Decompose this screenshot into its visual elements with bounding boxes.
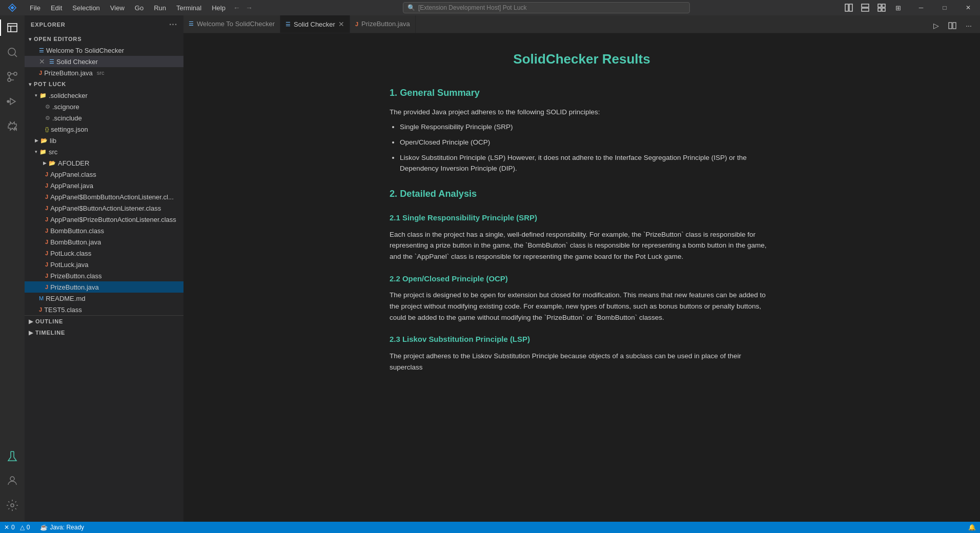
lib-folder-name: lib bbox=[50, 137, 56, 145]
afolder-arrow: ▶ bbox=[43, 160, 47, 166]
file-apppanel-prize-listener[interactable]: J AppPanel$PrizeButtonActionListener.cla… bbox=[25, 214, 183, 225]
file-potluck-java[interactable]: J PotLuck.java bbox=[25, 259, 183, 270]
activity-settings[interactable] bbox=[0, 493, 25, 518]
file-potluck-class[interactable]: J PotLuck.class bbox=[25, 248, 183, 259]
layout-icon-1[interactable] bbox=[842, 1, 856, 15]
open-editor-prizebutton[interactable]: J PrizeButton.java src bbox=[25, 67, 183, 78]
solidchecker-close-icon[interactable]: ✕ bbox=[39, 57, 45, 66]
file-settings-json[interactable]: {} settings.json bbox=[25, 124, 183, 135]
menu-run[interactable]: Run bbox=[149, 0, 171, 15]
section-21-content: Each class in the project has a single, … bbox=[390, 229, 774, 262]
status-notifications[interactable]: 🔔 bbox=[964, 522, 980, 533]
nav-forward[interactable]: → bbox=[246, 4, 253, 12]
welcome-file-name: Welcome To SolidChecker bbox=[46, 47, 124, 54]
file-bombbutton-class[interactable]: J BombButton.class bbox=[25, 225, 183, 236]
file-test5-class[interactable]: J TEST5.class bbox=[25, 304, 183, 315]
title-center: 🔍 [Extension Development Host] Pot Luck bbox=[255, 2, 838, 13]
file-prizebutton-class[interactable]: J PrizeButton.class bbox=[25, 270, 183, 281]
file-apppanel-class[interactable]: J AppPanel.class bbox=[25, 169, 183, 180]
file-prizebutton-java[interactable]: J PrizeButton.java bbox=[25, 281, 183, 293]
menu-file[interactable]: File bbox=[25, 0, 46, 15]
file-readme[interactable]: M README.md bbox=[25, 293, 183, 304]
open-editor-welcome[interactable]: ☰ Welcome To SolidChecker bbox=[25, 45, 183, 56]
bombbutton-class-icon: J bbox=[45, 228, 48, 234]
tab-welcome[interactable]: ☰ Welcome To SolidChecker bbox=[183, 15, 280, 33]
run-button[interactable]: ▷ bbox=[929, 18, 943, 33]
open-editors-section[interactable]: ▾ OPEN EDITORS bbox=[25, 33, 183, 45]
potluck-class-icon: J bbox=[45, 250, 48, 256]
activity-source-control[interactable] bbox=[0, 65, 25, 89]
more-actions-button[interactable]: ··· bbox=[962, 18, 976, 33]
maximize-button[interactable]: □ bbox=[933, 0, 956, 15]
menu-selection[interactable]: Selection bbox=[67, 0, 105, 15]
activity-search[interactable] bbox=[0, 40, 25, 65]
file-apppanel-bomb-listener[interactable]: J AppPanel$BombButtonActionListener.cl..… bbox=[25, 191, 183, 202]
scignore-icon: ⚙ bbox=[45, 104, 50, 110]
settings-json-icon: {} bbox=[45, 126, 49, 132]
project-section[interactable]: ▾ POT LUCK bbox=[25, 78, 183, 90]
apppanel-btn-name: AppPanel$ButtonActionListener.class bbox=[50, 204, 161, 212]
outline-header[interactable]: ▶ OUTLINE bbox=[25, 316, 183, 327]
file-apppanel-btn-listener[interactable]: J AppPanel$ButtonActionListener.class bbox=[25, 202, 183, 214]
tab-prizebutton[interactable]: J PrizeButton.java bbox=[350, 15, 416, 33]
menu-help[interactable]: Help bbox=[207, 0, 231, 15]
activity-explorer[interactable] bbox=[0, 15, 25, 40]
open-editors-arrow: ▾ bbox=[29, 36, 32, 42]
nav-back[interactable]: ← bbox=[233, 4, 240, 12]
search-box[interactable]: 🔍 [Extension Development Host] Pot Luck bbox=[403, 2, 690, 13]
close-button[interactable]: ✕ bbox=[956, 0, 980, 15]
lib-folder-icon: 📂 bbox=[40, 137, 48, 144]
welcome-file-icon: ☰ bbox=[39, 47, 44, 54]
file-bombbutton-java[interactable]: J BombButton.java bbox=[25, 236, 183, 248]
tab-solidchecker-icon: ☰ bbox=[285, 21, 291, 28]
editor-content[interactable]: SolidChecker Results 1. General Summary … bbox=[183, 33, 980, 522]
tab-solidchecker-close[interactable]: ✕ bbox=[338, 20, 344, 28]
folder-src[interactable]: ▾ 📁 src bbox=[25, 146, 183, 157]
list-item-srp-text: Single Responsibility Principle (SRP) bbox=[400, 121, 774, 133]
folder-solidchecker[interactable]: ▾ 📁 .solidchecker bbox=[25, 90, 183, 101]
menu-view[interactable]: View bbox=[105, 0, 130, 15]
test5-class-icon: J bbox=[39, 306, 42, 313]
tab-bar: ☰ Welcome To SolidChecker ☰ Solid Checke… bbox=[183, 15, 980, 33]
svg-rect-3 bbox=[862, 8, 869, 11]
menu-edit[interactable]: Edit bbox=[46, 0, 67, 15]
status-java[interactable]: ☕ Java: Ready bbox=[36, 522, 88, 533]
list-item-lsp-text: Liskov Substitution Principle (LSP) Howe… bbox=[400, 152, 774, 174]
menu-go[interactable]: Go bbox=[130, 0, 149, 15]
tab-welcome-label: Welcome To SolidChecker bbox=[197, 20, 275, 28]
activity-run-debug[interactable] bbox=[0, 89, 25, 114]
tab-solidchecker[interactable]: ☰ Solid Checker ✕ bbox=[280, 15, 350, 33]
activity-extensions[interactable] bbox=[0, 114, 25, 138]
folder-afolder[interactable]: ▶ 📂 AFOLDER bbox=[25, 157, 183, 169]
svg-rect-0 bbox=[845, 4, 848, 11]
test5-class-name: TEST5.class bbox=[44, 306, 82, 314]
warning-icon: △ bbox=[20, 524, 25, 531]
layout-icon-3[interactable] bbox=[874, 1, 889, 15]
file-scinclude[interactable]: ⚙ .scinclude bbox=[25, 112, 183, 124]
timeline-arrow: ▶ bbox=[29, 330, 33, 336]
section-21-heading: 2.1 Single Responsibility Principle (SRP… bbox=[390, 212, 774, 224]
open-editor-solidchecker[interactable]: ✕ ☰ Solid Checker bbox=[25, 56, 183, 67]
file-scignore[interactable]: ⚙ .scignore bbox=[25, 101, 183, 112]
status-errors[interactable]: ✕ 0 △ 0 bbox=[0, 522, 34, 533]
layout-icon-4[interactable]: ⊞ bbox=[891, 1, 905, 15]
outline-label: OUTLINE bbox=[35, 318, 63, 324]
src-folder-icon: 📁 bbox=[39, 149, 47, 155]
sidebar-more-icon[interactable]: ··· bbox=[169, 20, 177, 29]
activity-testing[interactable] bbox=[0, 444, 25, 468]
activity-bar bbox=[0, 15, 25, 522]
file-apppanel-java[interactable]: J AppPanel.java bbox=[25, 180, 183, 191]
timeline-header[interactable]: ▶ TIMELINE bbox=[25, 327, 183, 338]
minimize-button[interactable]: ─ bbox=[909, 0, 933, 15]
svg-rect-4 bbox=[878, 4, 881, 7]
folder-lib[interactable]: ▶ 📂 lib bbox=[25, 135, 183, 146]
activity-account[interactable] bbox=[0, 468, 25, 493]
project-label: POT LUCK bbox=[34, 81, 66, 87]
split-editor-button[interactable] bbox=[945, 18, 959, 33]
tab-prizebutton-label: PrizeButton.java bbox=[361, 20, 410, 28]
svg-rect-16 bbox=[953, 23, 956, 29]
menu-terminal[interactable]: Terminal bbox=[171, 0, 207, 15]
list-item-ocp: Open/Closed Principle (OCP) bbox=[400, 137, 774, 148]
svg-rect-6 bbox=[878, 8, 881, 11]
layout-icon-2[interactable] bbox=[858, 1, 872, 15]
